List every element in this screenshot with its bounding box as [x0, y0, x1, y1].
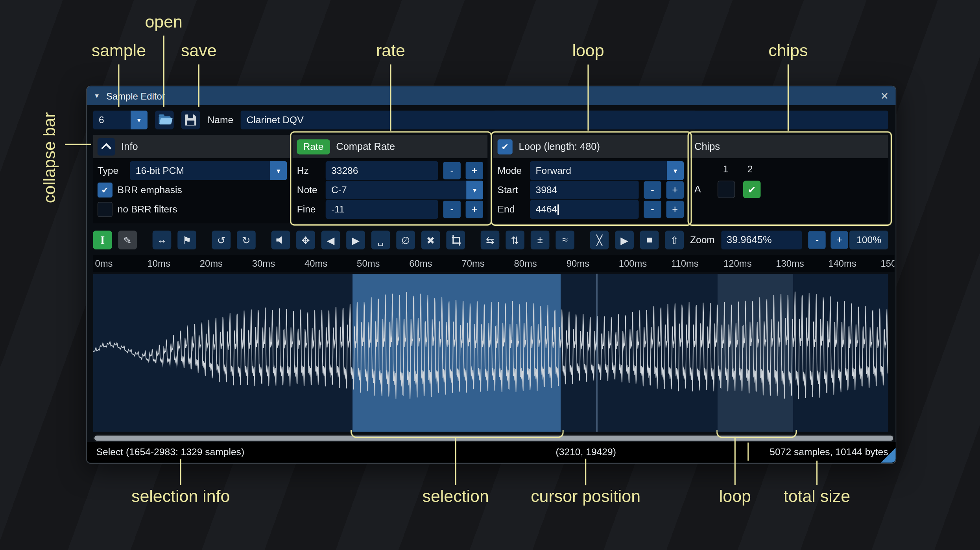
loop-end-input[interactable]: 4464	[530, 200, 639, 219]
annotation-cursor-position: cursor position	[531, 487, 640, 506]
chevron-down-icon[interactable]: ▼	[466, 181, 483, 199]
ruler-label: 10ms	[146, 255, 198, 272]
loop-start-minus-button[interactable]: -	[644, 181, 661, 199]
window-collapse-triangle-icon[interactable]: ▼	[94, 92, 100, 99]
draw-mode-button[interactable]: ✎	[118, 231, 137, 249]
ruler-label: 100ms	[617, 255, 669, 272]
annotation-brace-selection	[351, 430, 564, 438]
fine-input[interactable]: -11	[326, 200, 438, 219]
window-titlebar[interactable]: ▼ Sample Editor ✕	[87, 86, 896, 105]
fine-minus-button[interactable]: -	[443, 201, 460, 218]
type-label: Type	[98, 165, 125, 176]
reverse-button[interactable]: ⇆	[481, 231, 500, 249]
loop-enable-checkbox[interactable]: ✔	[498, 139, 513, 154]
redo-icon: ↻	[242, 234, 250, 246]
filter-button[interactable]: ≈	[556, 231, 574, 249]
folder-open-icon	[159, 116, 170, 124]
preview-button[interactable]: ▶	[615, 231, 634, 249]
normalize-button[interactable]: ✥	[296, 231, 315, 249]
invert-button[interactable]: ⇅	[506, 231, 524, 249]
undo-button[interactable]: ↺	[212, 231, 231, 249]
fade-out-button[interactable]: ▶	[346, 231, 365, 249]
chip-1-checkbox[interactable]	[718, 181, 735, 198]
undo-icon: ↺	[217, 234, 225, 246]
sample-editor-window: ▼ Sample Editor ✕ 6 ▼ Name Clarinet DQV	[86, 86, 896, 464]
annotation-line-save	[198, 65, 199, 107]
ibeam-cursor-icon: I	[100, 233, 105, 246]
zoom-reset-button[interactable]: 100%	[850, 231, 888, 249]
trim-button[interactable]	[446, 231, 465, 249]
wave-filter-icon: ≈	[562, 234, 568, 246]
apply-silence-icon: ∅	[401, 234, 410, 246]
zoom-input[interactable]: 39.9645%	[721, 231, 802, 249]
window-resize-grip[interactable]	[880, 448, 895, 463]
loop-end-row: End 4464 - +	[498, 200, 684, 219]
fine-plus-button[interactable]: +	[466, 201, 483, 218]
select-mode-button[interactable]: I	[93, 231, 112, 249]
redo-button[interactable]: ↻	[237, 231, 256, 249]
compat-rate-label: Compat Rate	[336, 141, 395, 152]
chevron-down-icon[interactable]: ▼	[131, 111, 148, 129]
annotation-total-size: total size	[784, 487, 850, 506]
chips-panel-body: 1 2 A ✔	[690, 158, 888, 223]
sample-name-value: Clarinet DQV	[247, 114, 304, 126]
timeline-ruler[interactable]: 0ms10ms20ms30ms40ms50ms60ms70ms80ms90ms1…	[93, 255, 895, 272]
stop-preview-button[interactable]: ■	[640, 231, 659, 249]
chevron-down-icon[interactable]: ▼	[270, 161, 287, 180]
chips-header-label: Chips	[694, 141, 720, 152]
upload-to-chip-button[interactable]: ⇧	[665, 231, 684, 249]
zoom-in-button[interactable]: +	[831, 231, 848, 249]
crossfade-button[interactable]: ╳	[590, 231, 609, 249]
note-row: Note C-7 ▼	[297, 181, 483, 199]
resize-button[interactable]: ↔	[153, 231, 172, 249]
hz-minus-button[interactable]: -	[443, 162, 460, 179]
brr-emphasis-label: BRR emphasis	[118, 185, 182, 196]
close-icon[interactable]: ✕	[880, 90, 889, 102]
amplify-button[interactable]	[271, 231, 290, 249]
ruler-label: 90ms	[565, 255, 617, 272]
no-brr-filters-row: no BRR filters	[98, 200, 287, 219]
fade-in-button[interactable]: ◀	[321, 231, 340, 249]
sign-invert-button[interactable]: ±	[531, 231, 550, 249]
brr-emphasis-checkbox[interactable]: ✔	[98, 183, 113, 197]
sample-toolbar: I ✎ ↔ ⚑ ↺ ↻ ✥ ◀ ▶ ␣ ∅ ✖ ⇆ ⇅ ± ≈ ╳ ▶ ■ ⇧ …	[93, 229, 888, 251]
loop-start-value: 3984	[536, 185, 557, 196]
zoom-label: Zoom	[690, 234, 715, 246]
loop-end-plus-button[interactable]: +	[666, 201, 684, 218]
hz-input[interactable]: 33286	[326, 161, 438, 180]
open-sample-button[interactable]	[155, 111, 174, 129]
type-select[interactable]: 16-bit PCM ▼	[130, 161, 287, 180]
loop-start-input[interactable]: 3984	[530, 181, 639, 199]
apply-silence-button[interactable]: ∅	[396, 231, 415, 249]
loop-end-minus-button[interactable]: -	[644, 201, 661, 218]
no-brr-filters-checkbox[interactable]	[98, 202, 113, 217]
chip-2-checkbox[interactable]: ✔	[743, 181, 760, 198]
note-select[interactable]: C-7 ▼	[326, 181, 483, 199]
save-sample-button[interactable]	[181, 111, 200, 129]
annotation-sample: sample	[92, 41, 146, 61]
fine-value: -11	[331, 204, 345, 215]
annotation-loop-top: loop	[572, 41, 604, 61]
cursor-line	[596, 274, 598, 432]
waveform-canvas[interactable]	[93, 274, 888, 432]
sample-number-select[interactable]: 6 ▼	[93, 111, 148, 129]
ruler-label: 30ms	[250, 255, 303, 272]
collapse-bar-button[interactable]	[98, 138, 115, 155]
delete-button[interactable]: ✖	[421, 231, 440, 249]
resample-button[interactable]: ⚑	[177, 231, 196, 249]
rate-panel: Rate Compat Rate Hz 33286 - + Note	[293, 135, 488, 223]
insert-silence-button[interactable]: ␣	[371, 231, 390, 249]
chevron-down-icon[interactable]: ▼	[667, 161, 684, 180]
annotation-brace-loop	[716, 430, 797, 438]
hz-plus-button[interactable]: +	[466, 162, 483, 179]
sample-name-input[interactable]: Clarinet DQV	[241, 111, 888, 129]
loop-end-value: 4464	[536, 204, 557, 215]
waveform-view[interactable]	[93, 274, 888, 432]
loop-start-plus-button[interactable]: +	[666, 181, 684, 199]
insert-silence-icon: ␣	[377, 234, 384, 246]
loop-mode-select[interactable]: Forward ▼	[530, 161, 684, 180]
ruler-label: 80ms	[512, 255, 565, 272]
zoom-out-button[interactable]: -	[808, 231, 826, 249]
rate-badge-button[interactable]: Rate	[297, 139, 330, 154]
panel-row: Info Type 16-bit PCM ▼ ✔ BRR em	[93, 135, 888, 223]
